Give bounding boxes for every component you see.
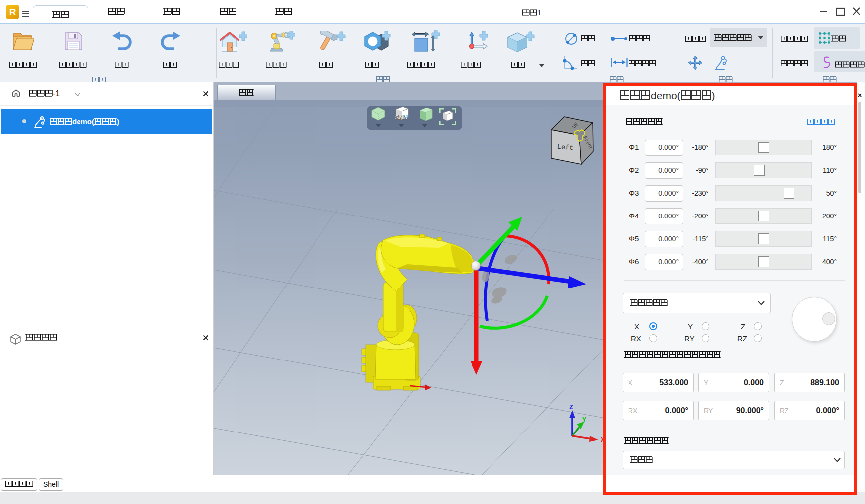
svg-text:Z: Z [569,404,573,411]
svg-text:Y: Y [582,416,586,424]
svg-text:Left: Left [557,144,573,152]
svg-text:Solid: Solid [395,114,407,120]
